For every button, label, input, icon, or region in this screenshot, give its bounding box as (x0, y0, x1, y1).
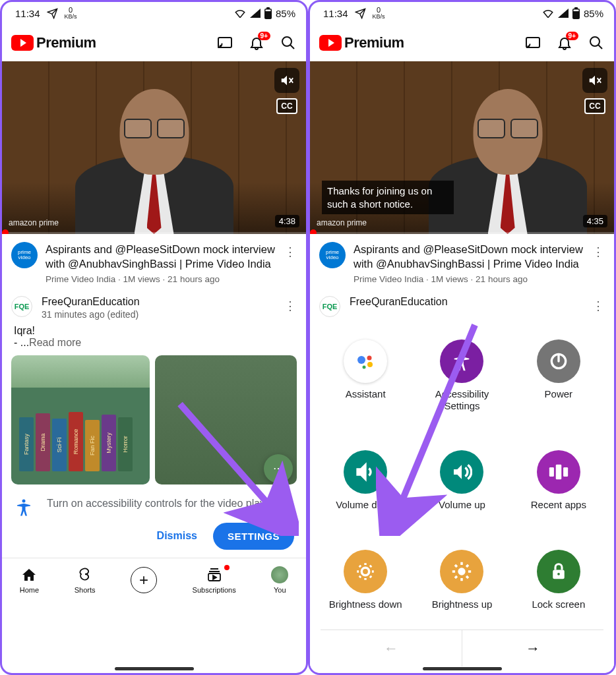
nav-subscriptions[interactable]: Subscriptions (193, 566, 236, 594)
panel-brightness-up[interactable]: Brightness up (417, 550, 507, 630)
svg-point-4 (282, 37, 292, 46)
svg-point-15 (367, 362, 373, 367)
channel-avatar[interactable]: prime video (319, 242, 346, 268)
brightness-down-icon (344, 550, 387, 593)
battery-icon (572, 7, 580, 19)
notification-bell-icon[interactable]: 9+ (556, 34, 573, 51)
video-subtitle: Prime Video India · 1M views · 21 hours … (46, 274, 276, 284)
network-speed: 0KB/s (65, 7, 77, 20)
nav-create[interactable]: + (131, 567, 157, 593)
panel-next-button[interactable]: → (462, 630, 603, 666)
svg-point-17 (460, 351, 464, 355)
recent-apps-icon (537, 450, 580, 494)
dismiss-button[interactable]: Dismiss (148, 523, 206, 550)
svg-rect-20 (556, 465, 562, 480)
battery-percent: 85% (276, 8, 295, 19)
svg-rect-9 (574, 7, 578, 9)
svg-point-16 (363, 365, 366, 368)
nav-you[interactable]: You (271, 566, 288, 594)
search-icon[interactable] (588, 34, 605, 51)
signal-icon (558, 9, 569, 18)
panel-recent-apps[interactable]: Recent apps (514, 450, 603, 530)
phone-left: 11:34 0KB/s 85% Premium 9+ (0, 0, 308, 675)
panel-accessibility-settings[interactable]: Accessibility Settings (417, 339, 507, 431)
svg-point-12 (590, 37, 600, 46)
volume-down-icon (344, 450, 387, 494)
read-more-link[interactable]: Read more (29, 337, 81, 348)
post-body[interactable]: Iqra! - ...Read more (2, 324, 306, 350)
cast-icon[interactable] (524, 34, 541, 51)
panel-volume-up[interactable]: Volume up (417, 450, 507, 530)
status-bar: 11:34 0KB/s 85% (310, 2, 614, 24)
watermark: amazon prime (9, 218, 59, 227)
video-title: Aspirants and @PleaseSitDown mock interv… (46, 242, 276, 272)
brightness-up-icon (440, 550, 483, 593)
video-duration: 4:38 (275, 215, 299, 227)
video-meta[interactable]: prime video Aspirants and @PleaseSitDown… (2, 234, 306, 291)
post-channel-name: FreeQuranEducation (42, 296, 274, 308)
youtube-premium-logo[interactable]: Premium (11, 34, 96, 51)
more-options-icon[interactable]: ⋮ (592, 242, 605, 284)
panel-assistant[interactable]: Assistant (321, 339, 410, 431)
youtube-premium-logo[interactable]: Premium (319, 34, 404, 51)
user-avatar (271, 566, 288, 583)
lock-icon (537, 550, 580, 593)
community-post-header[interactable]: FQE FreeQuranEducation ⋮ (310, 291, 614, 321)
post-more-icon[interactable]: ⋮ (284, 296, 297, 313)
nav-shorts[interactable]: Shorts (75, 566, 96, 594)
notification-badge: 9+ (258, 32, 270, 40)
mute-icon[interactable] (582, 68, 607, 93)
gesture-bar (115, 667, 194, 670)
svg-point-22 (361, 568, 369, 575)
caption-overlay: Thanks for joining us on such a short no… (322, 181, 454, 214)
closed-caption-button[interactable]: CC (584, 98, 605, 114)
channel-avatar[interactable]: prime video (11, 242, 38, 268)
more-options-icon[interactable]: ⋮ (284, 242, 297, 284)
post-more-icon[interactable]: ⋮ (592, 296, 605, 313)
svg-rect-1 (266, 7, 270, 9)
gesture-bar (423, 667, 502, 670)
accessibility-icon (14, 498, 34, 517)
accessibility-prompt: Turn on accessibility controls for the v… (2, 488, 306, 523)
status-time: 11:34 (15, 8, 40, 19)
youtube-icon (11, 35, 34, 51)
video-player[interactable]: CC Thanks for joining us on such a short… (310, 61, 614, 234)
panel-power[interactable]: Power (514, 339, 603, 431)
accessibility-prompt-text: Turn on accessibility controls for the v… (47, 498, 294, 510)
app-bar: Premium 9+ (310, 24, 614, 61)
signal-icon (250, 9, 261, 18)
app-bar: Premium 9+ (2, 24, 306, 61)
search-icon[interactable] (280, 34, 297, 51)
video-player[interactable]: CC amazon prime 4:38 (2, 61, 306, 234)
closed-caption-button[interactable]: CC (276, 98, 297, 114)
video-meta[interactable]: prime video Aspirants and @PleaseSitDown… (310, 234, 614, 291)
cast-icon[interactable] (216, 34, 233, 51)
send-icon (47, 8, 58, 19)
wifi-icon (542, 9, 554, 18)
svg-point-14 (367, 355, 372, 360)
accessibility-fab[interactable]: ⋯ (264, 454, 293, 483)
assistant-icon (344, 339, 387, 383)
nav-home[interactable]: Home (20, 566, 39, 594)
mute-icon[interactable] (274, 68, 299, 93)
progress-bar[interactable] (2, 232, 306, 234)
panel-brightness-down[interactable]: Brightness down (321, 550, 410, 630)
wifi-icon (234, 9, 246, 18)
notification-bell-icon[interactable]: 9+ (248, 34, 265, 51)
post-time: 31 minutes ago (edited) (42, 309, 274, 320)
panel-lock-screen[interactable]: Lock screen (514, 550, 603, 630)
community-post-header[interactable]: FQE FreeQuranEducation 31 minutes ago (e… (2, 291, 306, 324)
svg-point-5 (22, 499, 26, 502)
settings-button[interactable]: SETTINGS (213, 523, 294, 550)
panel-prev-button[interactable]: ← (321, 630, 462, 666)
post-image-1[interactable]: Fantasy Drama Sci-Fi Romance Fan Fic Mys… (11, 355, 150, 484)
post-images[interactable]: Fantasy Drama Sci-Fi Romance Fan Fic Mys… (2, 350, 306, 488)
svg-rect-21 (563, 467, 568, 477)
svg-rect-10 (573, 10, 578, 12)
status-bar: 11:34 0KB/s 85% (2, 2, 306, 24)
post-channel-avatar[interactable]: FQE (11, 296, 32, 317)
accessibility-panel: Assistant Accessibility Settings Power V… (310, 321, 614, 673)
volume-up-icon (440, 450, 483, 494)
bottom-nav: Home Shorts + Subscriptions You (2, 558, 306, 602)
panel-volume-down[interactable]: Volume down (321, 450, 410, 530)
